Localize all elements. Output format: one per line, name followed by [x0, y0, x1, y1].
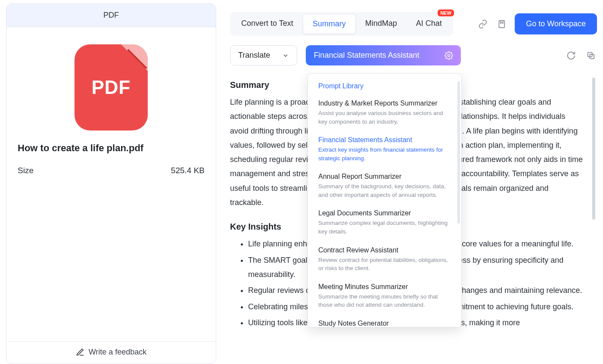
selected-prompt-label: Financial Statements Assistant [314, 51, 419, 60]
dropdown-scrollbar[interactable] [457, 81, 460, 224]
new-badge: NEW [438, 9, 454, 16]
bookmark-icon[interactable] [496, 18, 508, 30]
refresh-icon[interactable] [565, 50, 577, 62]
file-name: How to create a life plan.pdf [6, 143, 216, 154]
prompt-item-financial-statements[interactable]: Financial Statements Assistant Extract k… [308, 131, 461, 168]
prompt-item-title: Financial Statements Assistant [318, 136, 451, 144]
prompt-item-industry-reports[interactable]: Industry & Market Reports Summarizer Ass… [308, 94, 461, 131]
prompt-item-title: Industry & Market Reports Summarizer [318, 100, 451, 107]
go-to-workspace-button[interactable]: Go to Workspace [515, 13, 597, 34]
settings-icon [444, 51, 453, 60]
write-feedback-button[interactable]: Write a feedback [6, 341, 216, 364]
translate-label: Translate [238, 51, 270, 60]
chevron-down-icon [282, 52, 289, 59]
edit-icon [76, 348, 84, 357]
feedback-label: Write a feedback [89, 348, 147, 357]
tab-mindmap[interactable]: MindMap [356, 14, 407, 34]
prompt-item-title: Contract Review Assistant [318, 246, 451, 254]
mode-tabs: Convert to Text Summary MindMap AI Chat … [230, 12, 453, 36]
file-info-panel: PDF PDF How to create a life plan.pdf Si… [6, 3, 216, 364]
tab-ai-chat[interactable]: AI Chat NEW [407, 14, 451, 34]
prompt-item-desc: Summarize complex legal documents, highl… [318, 219, 451, 236]
prompt-library-dropdown[interactable]: Prompt Library Industry & Market Reports… [308, 73, 462, 327]
svg-rect-0 [499, 20, 505, 28]
prompt-item-desc: Review contract for potential liabilitie… [318, 256, 451, 273]
copy-icon[interactable] [585, 50, 597, 62]
prompt-item-desc: Summarize the meeting minutes briefly so… [318, 292, 451, 309]
prompt-item-desc: Extract key insights from financial stat… [318, 146, 451, 162]
prompt-item-title: Legal Documents Summarizer [318, 209, 451, 217]
scrollbar[interactable] [592, 78, 595, 220]
prompt-selector[interactable]: Financial Statements Assistant [306, 45, 461, 65]
prompt-item-contract-review[interactable]: Contract Review Assistant Review contrac… [308, 241, 461, 278]
file-type-header: PDF [6, 4, 216, 27]
main-panel: Convert to Text Summary MindMap AI Chat … [230, 3, 597, 364]
prompt-item-legal-docs[interactable]: Legal Documents Summarizer Summarize com… [308, 204, 461, 241]
pdf-file-icon: PDF [75, 44, 148, 131]
prompt-item-title: Study Notes Generator [318, 320, 451, 327]
prompt-library-header: Prompt Library [308, 82, 461, 94]
file-size-value: 525.4 KB [171, 166, 205, 175]
prompt-item-study-notes[interactable]: Study Notes Generator Generate structure… [308, 314, 461, 327]
prompt-item-annual-report[interactable]: Annual Report Summarizer Summary of the … [308, 168, 461, 204]
prompt-item-desc: Summary of the background, key decisions… [318, 182, 451, 199]
translate-dropdown[interactable]: Translate [230, 45, 297, 65]
prompt-item-meeting-minutes[interactable]: Meeting Minutes Summarizer Summarize the… [308, 278, 461, 314]
tab-convert-to-text[interactable]: Convert to Text [232, 14, 303, 34]
link-icon[interactable] [477, 18, 489, 30]
pdf-icon-wrap: PDF [6, 27, 216, 143]
svg-point-1 [448, 54, 450, 56]
file-size-label: Size [18, 166, 34, 175]
prompt-item-desc: Assist you analyse various business sect… [318, 109, 451, 126]
prompt-item-title: Annual Report Summarizer [318, 173, 451, 180]
prompt-item-title: Meeting Minutes Summarizer [318, 283, 451, 291]
tab-ai-chat-label: AI Chat [416, 19, 442, 28]
tab-summary[interactable]: Summary [303, 14, 356, 34]
